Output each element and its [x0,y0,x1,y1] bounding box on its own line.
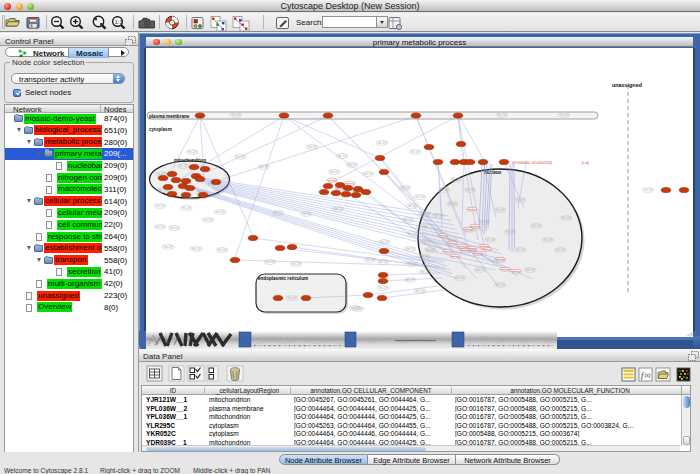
svg-text:Ydr-1@: Ydr-1@ [405,278,415,282]
svg-text:Ydr-1@: Ydr-1@ [337,154,347,158]
svg-text:Ydr-1@: Ydr-1@ [163,245,173,249]
svg-text:Ydr-1@: Ydr-1@ [363,172,373,176]
svg-text:Ydr-1@: Ydr-1@ [455,276,465,280]
svg-text:Ydr-1@: Ydr-1@ [407,232,417,236]
svg-text:Ydr-1@: Ydr-1@ [191,247,201,251]
svg-text:Ydr-1@: Ydr-1@ [365,258,375,262]
svg-text:Ydr-1@: Ydr-1@ [485,238,495,242]
svg-text:Ydr-1@: Ydr-1@ [415,289,425,293]
svg-text:Ydr-1@: Ydr-1@ [447,202,457,206]
svg-text:Ydr-1@: Ydr-1@ [433,214,443,218]
svg-text:Ydr-1@: Ydr-1@ [307,145,317,149]
svg-text:Ydr-1@: Ydr-1@ [515,198,525,202]
svg-text:Ydr-1@: Ydr-1@ [495,208,505,212]
svg-text:Ydr-1@: Ydr-1@ [273,211,283,215]
svg-text:Ydr-1@: Ydr-1@ [525,268,535,272]
svg-text:Ydr-1@: Ydr-1@ [217,248,227,252]
svg-text:Ydr-1@: Ydr-1@ [291,262,301,266]
svg-text:Ydr-1@: Ydr-1@ [451,178,461,182]
svg-text:Ydr-1@: Ydr-1@ [407,262,417,266]
svg-text:Ydr-1@: Ydr-1@ [235,155,245,159]
svg-text:Ydr-1@: Ydr-1@ [400,186,410,190]
svg-text:GO:0044464, GO:0005215@: GO:0044464, GO:0005215@ [512,161,552,165]
svg-text:Ydr-1@: Ydr-1@ [187,150,197,154]
svg-text:Ydr-1@: Ydr-1@ [405,247,415,251]
svg-text:Ydr-1@: Ydr-1@ [350,306,360,310]
svg-text:Ydr-1@: Ydr-1@ [155,204,165,208]
svg-text:Ydr-1@: Ydr-1@ [643,188,653,192]
svg-text:endoplasmic reticulum: endoplasmic reticulum [258,276,308,281]
svg-text:Ydr-1@: Ydr-1@ [439,188,449,192]
svg-text:Ydr-1@: Ydr-1@ [265,260,275,264]
svg-text:Ydr-1@: Ydr-1@ [415,195,425,199]
svg-text:Ydr-1@: Ydr-1@ [417,225,427,229]
svg-text:Ydr-1@: Ydr-1@ [181,206,191,210]
svg-text:Ydr-1@: Ydr-1@ [505,230,515,234]
svg-text:Ydr-1@: Ydr-1@ [403,218,413,222]
svg-text:Ydr-1@: Ydr-1@ [231,113,241,117]
svg-text:Ydr-1@: Ydr-1@ [329,170,339,174]
svg-text:Ydr-1@: Ydr-1@ [555,248,565,252]
svg-text:1:1: 1:1 [115,19,123,25]
svg-text:(x): (x) [645,372,651,378]
svg-text:mitochondrion: mitochondrion [174,158,206,163]
svg-text:Ydr-1@: Ydr-1@ [543,238,553,242]
svg-text:Ydr-1@: Ydr-1@ [178,164,188,168]
svg-text:Ydr-1@: Ydr-1@ [420,212,430,216]
svg-text:Ydr-1@: Ydr-1@ [420,270,430,274]
svg-text:Ydr-1@: Ydr-1@ [377,141,387,145]
svg-text:Ydr-1@: Ydr-1@ [561,216,571,220]
svg-text:Ydr-1@: Ydr-1@ [515,248,525,252]
svg-text:Ydr-1@: Ydr-1@ [425,248,435,252]
svg-text:Ydr-1@: Ydr-1@ [301,212,311,216]
svg-text:Ydr-1@: Ydr-1@ [497,113,507,117]
svg-text:unassigned: unassigned [612,82,642,88]
svg-text:Ydr-1@: Ydr-1@ [479,220,489,224]
svg-text:Ydr-1@: Ydr-1@ [155,225,165,229]
svg-text:Ydr-1@: Ydr-1@ [421,240,431,244]
svg-text:Ydr-1@: Ydr-1@ [333,207,343,211]
svg-text:Ydr-1@: Ydr-1@ [259,165,269,169]
svg-text:Ydr-1@: Ydr-1@ [287,296,297,300]
svg-text:cytoplasm: cytoplasm [149,127,172,132]
svg-text:Ydr-1@: Ydr-1@ [559,113,569,117]
svg-text:Ydr-1@: Ydr-1@ [169,226,179,230]
svg-text:Ydr-1@: Ydr-1@ [495,283,505,287]
svg-text:Ydr-1@: Ydr-1@ [379,240,389,244]
svg-text:Ydr-1@: Ydr-1@ [203,218,213,222]
svg-text:Ydr-1@: Ydr-1@ [465,188,475,192]
svg-text:plasma membrane: plasma membrane [149,114,190,119]
svg-text:Ydr-1@: Ydr-1@ [531,224,541,228]
svg-text:Ydr-1@: Ydr-1@ [347,163,357,167]
svg-text:Ydr-1@: Ydr-1@ [378,260,388,264]
svg-text:Ydr-1@: Ydr-1@ [215,210,225,214]
svg-text:[c-m]: [c-m] [582,161,589,165]
svg-text:Ydr-1@: Ydr-1@ [378,286,388,290]
svg-text:Ydr-1@: Ydr-1@ [419,255,429,259]
svg-text:Ydr-1@: Ydr-1@ [475,268,485,272]
svg-text:Ydr-1@: Ydr-1@ [407,204,417,208]
svg-text:Ydr-1@: Ydr-1@ [410,150,420,154]
